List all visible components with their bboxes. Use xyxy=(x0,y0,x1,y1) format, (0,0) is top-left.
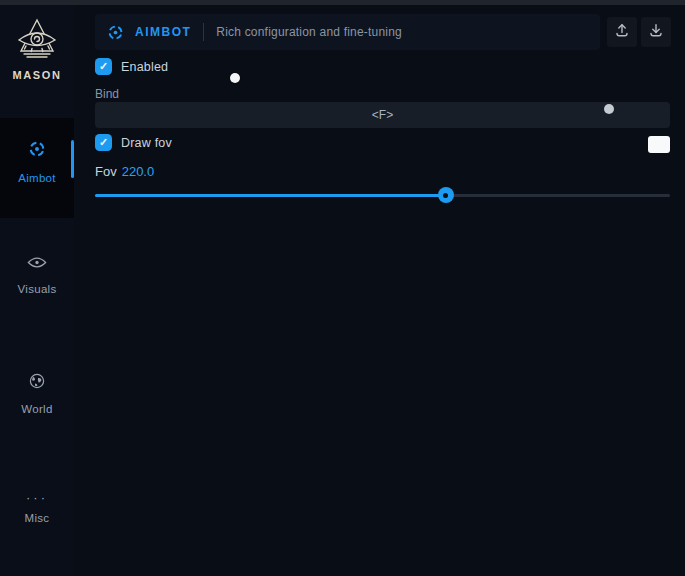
title-divider xyxy=(203,23,204,41)
sidebar-item-label: Misc xyxy=(25,512,50,524)
fov-color-swatch[interactable] xyxy=(648,136,670,153)
sidebar-item-label: World xyxy=(21,403,52,415)
main-panel: AIMBOT Rich configuration and fine-tunin… xyxy=(74,5,685,576)
app-logo-label: MASON xyxy=(0,69,74,81)
download-icon xyxy=(648,22,664,42)
upload-icon xyxy=(614,22,630,42)
crosshair-icon xyxy=(0,140,74,162)
cursor-trail-dot xyxy=(604,104,614,114)
page-subtitle: Rich configuration and fine-tuning xyxy=(216,25,402,39)
draw-fov-checkbox[interactable]: ✓ xyxy=(95,134,112,151)
page-title: AIMBOT xyxy=(135,25,191,39)
sidebar-item-misc[interactable]: ··· Misc xyxy=(0,493,74,543)
download-config-button[interactable] xyxy=(641,17,671,47)
fov-label: Fov xyxy=(95,164,117,179)
app-logo: MASON xyxy=(0,15,74,81)
sidebar-item-visuals[interactable]: Visuals xyxy=(0,255,74,311)
enabled-row: ✓ Enabled xyxy=(95,58,168,75)
checkmark-icon: ✓ xyxy=(99,137,108,148)
fov-slider[interactable] xyxy=(95,187,670,203)
enabled-checkbox[interactable]: ✓ xyxy=(95,58,112,75)
draw-fov-row: ✓ Draw fov xyxy=(95,134,172,151)
bind-label: Bind xyxy=(95,87,119,101)
sidebar-item-label: Visuals xyxy=(18,283,57,295)
globe-icon xyxy=(0,373,74,393)
bind-key-value: <F> xyxy=(372,108,393,122)
checkmark-icon: ✓ xyxy=(99,61,108,72)
fov-value: 220.0 xyxy=(122,164,155,179)
ellipsis-icon: ··· xyxy=(0,493,74,503)
crosshair-icon xyxy=(107,24,124,41)
sidebar: MASON Aimbot Visuals xyxy=(0,5,74,576)
bind-key-input[interactable]: <F> xyxy=(95,102,670,128)
fov-slider-handle[interactable] xyxy=(438,187,454,203)
sidebar-item-world[interactable]: World xyxy=(0,373,74,429)
illuminati-eye-pyramid-icon xyxy=(0,15,74,65)
fov-slider-fill xyxy=(95,194,446,197)
draw-fov-label: Draw fov xyxy=(121,136,172,150)
enabled-label: Enabled xyxy=(121,60,168,74)
section-title-bar: AIMBOT Rich configuration and fine-tunin… xyxy=(95,14,600,50)
sidebar-item-label: Aimbot xyxy=(18,172,56,184)
sidebar-item-aimbot[interactable]: Aimbot xyxy=(0,118,74,218)
mouse-cursor-dot xyxy=(230,73,240,83)
eye-icon xyxy=(0,255,74,273)
upload-config-button[interactable] xyxy=(607,17,637,47)
fov-slider-label-row: Fov220.0 xyxy=(95,164,154,179)
